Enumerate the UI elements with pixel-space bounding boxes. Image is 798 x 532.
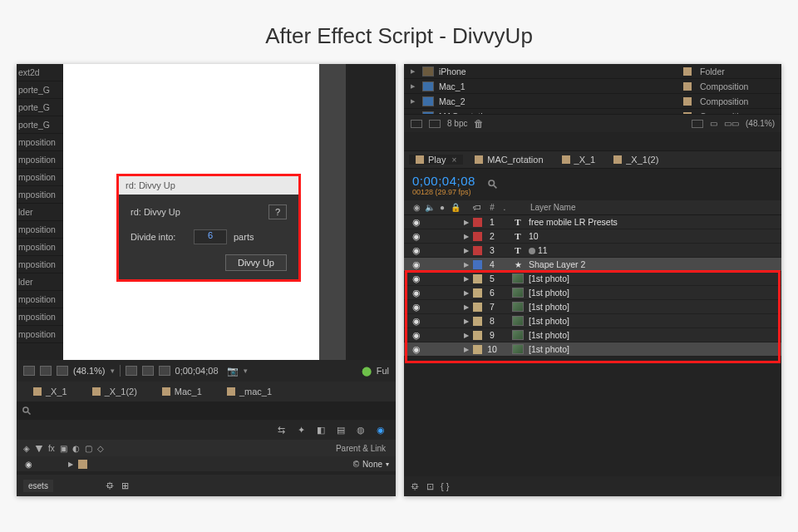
bpc-label[interactable]: 8 bpc	[447, 119, 467, 128]
twirl-icon[interactable]: ▶	[462, 318, 470, 325]
layer-search[interactable]	[487, 179, 781, 191]
comp-tab[interactable]: Play×	[409, 155, 463, 165]
zoom-value[interactable]: (48.1%)	[73, 366, 106, 376]
graph-icon[interactable]: ◉	[374, 423, 387, 436]
solo-column-icon[interactable]: ●	[436, 203, 449, 212]
twirl-icon[interactable]: ▶	[462, 219, 470, 226]
close-icon[interactable]: ×	[451, 155, 456, 165]
layer-label-swatch[interactable]	[473, 303, 482, 312]
visibility-toggle[interactable]: ◉	[409, 330, 424, 340]
twirl-icon[interactable]: ▶	[462, 233, 470, 240]
layer-label-swatch[interactable]	[473, 218, 482, 227]
divvyup-run-button[interactable]: Divvy Up	[225, 254, 287, 271]
twirl-icon[interactable]: ▶	[68, 461, 73, 468]
label-swatch[interactable]	[683, 82, 692, 91]
twirl-icon[interactable]: ▶	[411, 83, 417, 90]
twirl-icon[interactable]: ▶	[462, 332, 470, 339]
layer-label-swatch[interactable]	[473, 260, 482, 269]
layer-name[interactable]: [1st photo]	[527, 273, 781, 283]
layer-name[interactable]: 10	[527, 231, 781, 241]
project-item-row[interactable]: ▶iPhoneFolder	[404, 64, 781, 79]
transparency-icon[interactable]	[159, 366, 170, 376]
twirl-icon[interactable]: ▶	[462, 303, 470, 311]
timeline-tab[interactable]: _X_1	[25, 387, 76, 397]
speaker-column-icon[interactable]: 🔈	[424, 203, 436, 212]
cube-icon[interactable]: ◧	[314, 423, 328, 436]
visibility-toggle[interactable]: ◉	[409, 273, 424, 283]
presets-tab[interactable]: esets	[23, 480, 53, 492]
layer-row[interactable]: ◉▶7[1st photo]	[404, 300, 781, 314]
timeline-tab[interactable]: _X_1(2)	[84, 387, 145, 397]
lock-column-icon[interactable]: 🔒	[449, 203, 462, 212]
layer-name[interactable]: [1st photo]	[527, 302, 781, 312]
layer-row[interactable]: ◉▶10[1st photo]	[404, 342, 781, 357]
chevron-down-icon[interactable]: ▾	[244, 367, 248, 375]
label-swatch[interactable]	[683, 67, 692, 76]
twirl-icon[interactable]: ▶	[462, 289, 470, 297]
layer-name[interactable]: [1st photo]	[527, 344, 781, 354]
layer-label-swatch[interactable]	[473, 331, 482, 340]
project-item-row[interactable]: ▶Mac_2Composition	[404, 94, 781, 109]
layer-row[interactable]: ◉▶8[1st photo]	[404, 314, 781, 328]
eye-icon[interactable]: ◉	[23, 460, 33, 469]
viewer-icon[interactable]	[23, 366, 35, 376]
divvyup-count-input[interactable]: 6	[194, 229, 227, 244]
twirl-icon[interactable]: ▶	[462, 275, 470, 283]
visibility-toggle[interactable]: ◉	[409, 245, 424, 255]
layer-row[interactable]: ◉▶1Tfree mobile LR Presets	[404, 215, 781, 229]
shy-icon[interactable]: ✦	[294, 423, 308, 436]
toggle-icon[interactable]: ⊞	[121, 480, 129, 491]
twirl-icon[interactable]: ▶	[462, 261, 470, 268]
current-timecode[interactable]: 0;00;04;08	[412, 174, 475, 188]
switch-flow-icon[interactable]: ⇆	[274, 423, 288, 436]
twirl-icon[interactable]: ▶	[462, 346, 470, 353]
motion-blur-icon[interactable]: ◍	[354, 423, 367, 436]
layer-name[interactable]: [1st photo]	[527, 316, 781, 326]
frame-blend-icon[interactable]: ▤	[334, 423, 347, 436]
trash-icon[interactable]: 🗑	[474, 118, 484, 130]
parent-dropdown[interactable]: © None ▾	[353, 460, 389, 469]
timeline-tab[interactable]: _mac_1	[219, 387, 280, 397]
layer-label-swatch[interactable]	[473, 274, 482, 283]
flowchart-icon[interactable]	[429, 120, 441, 128]
visibility-toggle[interactable]: ◉	[409, 231, 424, 241]
grid-icon[interactable]	[40, 366, 52, 376]
divvyup-help-button[interactable]: ?	[268, 204, 287, 219]
thumbnail-icon[interactable]	[411, 120, 422, 128]
layer-name[interactable]: 11	[527, 245, 781, 255]
twirl-icon[interactable]: ▶	[411, 98, 417, 105]
visibility-toggle[interactable]: ◉	[409, 217, 424, 227]
layer-row[interactable]: ◉▶6[1st photo]	[404, 286, 781, 300]
comp-tab[interactable]: _X_1	[555, 155, 603, 165]
layer-row[interactable]: ◉▶3T11	[404, 244, 781, 258]
layer-name[interactable]: [1st photo]	[527, 330, 781, 340]
proj-zoom[interactable]: (48.1%)	[746, 119, 775, 128]
full-label[interactable]: Ful	[377, 366, 389, 376]
resolution-icon[interactable]	[126, 366, 137, 376]
visibility-toggle[interactable]: ◉	[409, 259, 424, 269]
comp-tab[interactable]: MAC_rotation	[468, 155, 549, 165]
twirl-icon[interactable]: ▶	[411, 68, 417, 75]
timeline-search[interactable]	[17, 401, 396, 420]
link-icon[interactable]: ⯐	[106, 480, 115, 490]
layer-row[interactable]: ◉▶9[1st photo]	[404, 328, 781, 342]
viewer-timecode[interactable]: 0;00;04;08	[175, 366, 219, 376]
layer-row[interactable]: ◉▶5[1st photo]	[404, 272, 781, 286]
layer-label-swatch[interactable]	[473, 246, 482, 255]
layer-name[interactable]: free mobile LR Presets	[527, 217, 781, 227]
camera-icon[interactable]: 📷	[227, 366, 239, 377]
eye-column-icon[interactable]: ◉	[409, 203, 424, 212]
layer-row[interactable]: ◉ ▶ © None ▾	[17, 456, 396, 471]
layer-label-swatch[interactable]	[473, 317, 482, 326]
chevron-down-icon[interactable]: ▾	[111, 367, 115, 375]
pickwhip-icon[interactable]: ©	[353, 460, 359, 469]
timeline-tab[interactable]: Mac_1	[154, 387, 210, 397]
project-item-row[interactable]: ▶Mac_1Composition	[404, 79, 781, 94]
visibility-toggle[interactable]: ◉	[409, 316, 424, 326]
layer-color-swatch[interactable]	[78, 460, 87, 469]
layer-name[interactable]: Shape Layer 2	[527, 259, 781, 269]
visibility-toggle[interactable]: ◉	[409, 288, 424, 298]
draft-icon[interactable]: ▭	[710, 119, 717, 128]
layer-row[interactable]: ◉▶2T10	[404, 229, 781, 244]
region-icon[interactable]	[142, 366, 154, 376]
